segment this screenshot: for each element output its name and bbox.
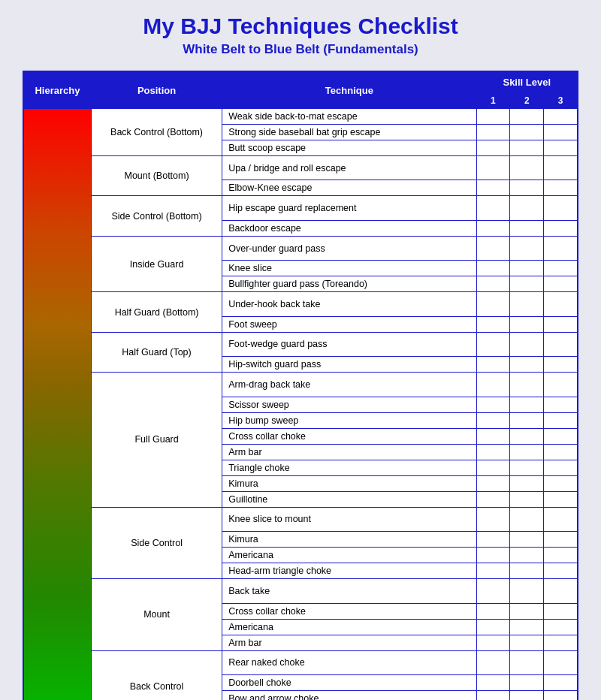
- skill-cell: [476, 675, 510, 691]
- technique-cell: Knee slice to mount: [222, 507, 476, 531]
- skill-cell: [510, 156, 544, 180]
- skill-cell: [544, 156, 578, 180]
- skill-cell: [544, 675, 578, 691]
- skill-cell: [544, 196, 578, 220]
- skill-cell: [544, 125, 578, 140]
- skill-cell: [510, 475, 544, 491]
- technique-cell: Bullfighter guard pass (Toreando): [222, 276, 476, 292]
- skill-cell: [544, 532, 578, 548]
- skill-cell: [544, 332, 578, 356]
- position-cell: Inside Guard: [91, 236, 222, 291]
- skill-cell: [544, 579, 578, 603]
- technique-cell: Triangle choke: [222, 460, 476, 475]
- technique-cell: Upa / bridge and roll escape: [222, 156, 476, 180]
- technique-cell: Hip bump sweep: [222, 412, 476, 428]
- skill-cell: [476, 635, 510, 650]
- skill-cell: [510, 316, 544, 332]
- skill-cell: [476, 332, 510, 356]
- skill-cell: [476, 397, 510, 412]
- skill-cell: [476, 196, 510, 220]
- skill-cell: [476, 180, 510, 196]
- technique-cell: Arm bar: [222, 444, 476, 460]
- table-row: Side ControlKnee slice to mount: [24, 507, 578, 531]
- skill-cell: [544, 691, 578, 701]
- skill-cell: [544, 220, 578, 236]
- skill-cell: [476, 412, 510, 428]
- skill-cell: [544, 373, 578, 397]
- skill-cell: [476, 316, 510, 332]
- skill-cell: [544, 292, 578, 316]
- header-skill2: 2: [510, 93, 544, 109]
- table-wrapper: Hierarchy Position Technique Skill Level…: [23, 71, 578, 700]
- technique-cell: Rear naked choke: [222, 650, 476, 675]
- technique-cell: Hip escape guard replacement: [222, 196, 476, 220]
- technique-cell: Hip-switch guard pass: [222, 357, 476, 373]
- skill-cell: [510, 373, 544, 397]
- skill-cell: [476, 444, 510, 460]
- table-row: Side Control (Bottom)Hip escape guard re…: [24, 196, 578, 220]
- position-cell: Mount: [91, 579, 222, 650]
- skill-cell: [510, 109, 544, 125]
- position-cell: Side Control (Bottom): [91, 196, 222, 236]
- skill-cell: [544, 619, 578, 635]
- skill-cell: [476, 579, 510, 603]
- skill-cell: [476, 261, 510, 276]
- skill-cell: [476, 532, 510, 548]
- skill-cell: [476, 125, 510, 140]
- technique-cell: Arm bar: [222, 635, 476, 650]
- technique-cell: Cross collar choke: [222, 428, 476, 444]
- skill-cell: [510, 180, 544, 196]
- skill-cell: [544, 236, 578, 260]
- skill-cell: [544, 357, 578, 373]
- position-cell: Side Control: [91, 507, 222, 578]
- position-cell: Half Guard (Bottom): [91, 292, 222, 332]
- skill-cell: [510, 691, 544, 701]
- skill-cell: [510, 125, 544, 140]
- skill-cell: [476, 292, 510, 316]
- skill-cell: [510, 444, 544, 460]
- skill-cell: [476, 428, 510, 444]
- technique-cell: Guillotine: [222, 491, 476, 507]
- skill-cell: [510, 220, 544, 236]
- skill-cell: [544, 563, 578, 579]
- skill-cell: [510, 236, 544, 260]
- technique-cell: Bow and arrow choke: [222, 691, 476, 701]
- skill-cell: [544, 548, 578, 563]
- skill-cell: [544, 316, 578, 332]
- hierarchy-cell: [24, 109, 92, 701]
- skill-cell: [510, 276, 544, 292]
- skill-cell: [476, 220, 510, 236]
- skill-cell: [510, 412, 544, 428]
- skill-cell: [510, 619, 544, 635]
- position-cell: Back Control: [91, 650, 222, 700]
- skill-cell: [510, 491, 544, 507]
- skill-cell: [510, 675, 544, 691]
- skill-cell: [510, 579, 544, 603]
- skill-cell: [476, 373, 510, 397]
- skill-cell: [476, 475, 510, 491]
- technique-cell: Americana: [222, 619, 476, 635]
- technique-cell: Knee slice: [222, 261, 476, 276]
- technique-cell: Foot sweep: [222, 316, 476, 332]
- position-cell: Back Control (Bottom): [91, 109, 222, 156]
- skill-cell: [510, 292, 544, 316]
- header: My BJJ Techniques Checklist White Belt t…: [0, 0, 601, 63]
- skill-cell: [476, 548, 510, 563]
- table-row: Back ControlRear naked choke: [24, 650, 578, 675]
- skill-cell: [476, 236, 510, 260]
- table-row: Mount (Bottom)Upa / bridge and roll esca…: [24, 156, 578, 180]
- technique-cell: Doorbell choke: [222, 675, 476, 691]
- skill-cell: [510, 532, 544, 548]
- skill-cell: [510, 397, 544, 412]
- skill-cell: [476, 140, 510, 156]
- skill-cell: [476, 650, 510, 675]
- table-row: MountBack take: [24, 579, 578, 603]
- skill-cell: [544, 397, 578, 412]
- skill-cell: [544, 261, 578, 276]
- technique-cell: Weak side back-to-mat escape: [222, 109, 476, 125]
- skill-cell: [544, 460, 578, 475]
- skill-cell: [544, 635, 578, 650]
- skill-cell: [544, 444, 578, 460]
- technique-cell: Kimura: [222, 475, 476, 491]
- technique-cell: Over-under guard pass: [222, 236, 476, 260]
